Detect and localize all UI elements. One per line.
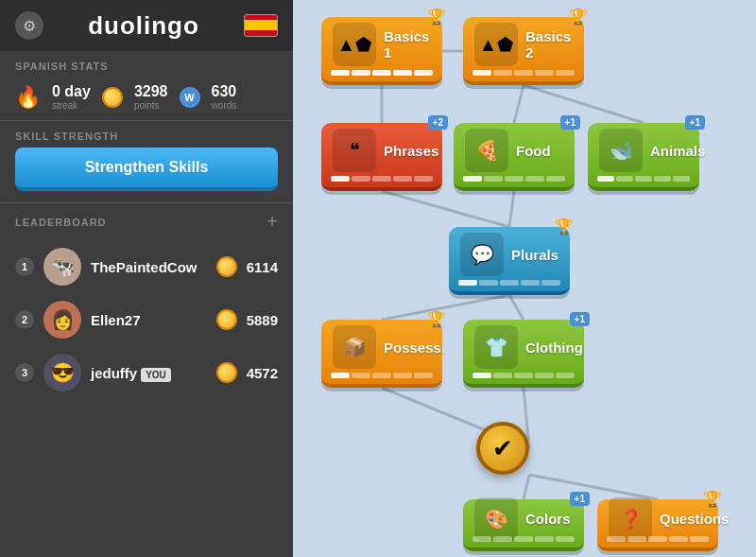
rank-badge: 1: [15, 257, 34, 276]
plurals-label: Plurals: [511, 247, 558, 263]
progress-bar-segment: [535, 373, 554, 378]
avatar: 😎: [43, 354, 81, 392]
svg-line-2: [514, 85, 524, 123]
skill-node-possess[interactable]: 📦Possess.🏆: [321, 320, 442, 388]
skill-badge: +1: [560, 115, 580, 130]
skill-badge: +1: [570, 492, 590, 506]
progress-bar-segment: [535, 536, 554, 542]
logo: duolingo: [88, 11, 199, 41]
svg-line-11: [529, 475, 658, 499]
points-stat: 3298 points: [134, 83, 168, 111]
trophy-badge: 🏆: [427, 8, 446, 26]
spanish-stats-label: SPANISH STATS: [0, 51, 293, 78]
words-value: 630: [212, 83, 237, 100]
progress-bar-segment: [635, 176, 652, 182]
progress-bar-segment: [648, 536, 667, 542]
coin-icon: [216, 362, 237, 383]
food-icon: 🍕: [465, 129, 508, 172]
progress-bar-segment: [414, 176, 433, 182]
questions-label: Questions: [660, 511, 729, 527]
progress-bar-segment: [514, 536, 533, 542]
skill-node-food[interactable]: 🍕Food+1: [454, 123, 575, 191]
skill-node-basics1[interactable]: ▲⬟Basics 1🏆: [321, 17, 442, 85]
skill-node-clothing[interactable]: 👕Clothing+1: [463, 320, 584, 388]
skill-node-phrases[interactable]: ❝Phrases+2: [321, 123, 442, 191]
progress-bar-segment: [393, 373, 412, 378]
skill-tree: ▲⬟Basics 1🏆▲⬟Basics 2🏆❝Phrases+2🍕Food+1🐋…: [293, 0, 756, 557]
basics2-progress: [472, 70, 575, 76]
leaderboard-item: 3 😎 jeduffyYOU 4572: [0, 346, 293, 399]
colors-label: Colors: [525, 511, 571, 527]
progress-bar-segment: [521, 280, 540, 286]
progress-bar-segment: [372, 70, 391, 76]
coin-icon: [102, 87, 123, 108]
progress-bar-segment: [372, 373, 391, 378]
skill-badge: +2: [428, 115, 448, 130]
progress-bar-segment: [546, 176, 565, 182]
svg-line-10: [524, 475, 529, 499]
colors-icon: 🎨: [474, 497, 518, 541]
basics2-label: Basics 2: [525, 28, 573, 61]
progress-bar-segment: [535, 70, 554, 76]
skill-node-colors[interactable]: 🎨Colors+1: [463, 499, 584, 551]
coin-icon: [216, 309, 237, 330]
progress-bar-segment: [493, 70, 512, 76]
leaderboard-item: 1 🐄 ThePaintedCow 6114: [0, 240, 293, 293]
possess-label: Possess.: [384, 339, 445, 356]
progress-bar-segment: [493, 373, 512, 378]
progress-bar-segment: [556, 373, 575, 378]
points-label: points: [134, 100, 168, 111]
skill-node-questions[interactable]: ❓Questions🏆: [597, 499, 718, 551]
progress-bar-segment: [479, 280, 498, 286]
progress-bar-segment: [414, 373, 433, 378]
progress-bar-segment: [352, 373, 370, 378]
leaderboard-score: 6114: [247, 259, 278, 275]
possess-icon: 📦: [333, 325, 376, 369]
skill-node-basics2[interactable]: ▲⬟Basics 2🏆: [463, 17, 584, 85]
streak-label: streak: [52, 100, 91, 111]
basics1-progress: [331, 70, 433, 76]
phrases-label: Phrases: [384, 143, 438, 159]
leaderboard-name: jeduffyYOU: [91, 365, 207, 381]
phrases-progress: [331, 176, 433, 182]
progress-bar-segment: [414, 70, 433, 76]
colors-progress: [472, 536, 575, 542]
flame-icon: 🔥: [15, 85, 41, 110]
trophy-badge: 🏆: [569, 8, 588, 26]
progress-bar-segment: [654, 176, 671, 182]
skill-node-animals[interactable]: 🐋Animals+1: [588, 123, 699, 191]
skill-strength-label: SKILL STRENGTH: [0, 121, 293, 148]
food-label: Food: [516, 143, 551, 159]
spain-flag[interactable]: [244, 14, 278, 37]
progress-bar-segment: [458, 280, 477, 286]
rank-badge: 3: [15, 363, 34, 382]
rank-badge: 2: [15, 310, 34, 329]
progress-bar-segment: [331, 176, 350, 182]
leaderboard-name: ThePaintedCow: [91, 259, 207, 275]
words-stat: 630 words: [212, 83, 237, 111]
leaderboard-name: Ellen27: [91, 312, 207, 328]
progress-bar-segment: [514, 70, 533, 76]
trophy-badge: 🏆: [427, 310, 446, 328]
animals-progress: [597, 176, 690, 182]
trophy-badge: 🏆: [703, 490, 722, 508]
progress-bar-segment: [472, 536, 491, 542]
sidebar-header: ⚙ duolingo: [0, 0, 293, 51]
questions-progress: [607, 536, 709, 542]
skill-node-plurals[interactable]: 💬Plurals🏆: [449, 227, 570, 295]
clothing-icon: 👕: [474, 325, 518, 369]
add-leaderboard-icon[interactable]: +: [266, 211, 278, 233]
trophy-badge: 🏆: [555, 218, 574, 235]
progress-bar-segment: [463, 176, 482, 182]
svg-line-3: [524, 85, 644, 123]
leaderboard-header: LEADERBOARD +: [0, 202, 293, 240]
leaderboard-item: 2 👩 Ellen27 5889: [0, 293, 293, 346]
svg-line-4: [382, 191, 509, 227]
checkpoint[interactable]: ✔: [476, 422, 529, 475]
basics1-icon: ▲⬟: [333, 23, 376, 66]
words-label: words: [212, 100, 237, 111]
strengthen-skills-button[interactable]: Strengthen Skills: [15, 148, 278, 191]
settings-icon[interactable]: ⚙: [15, 11, 43, 40]
progress-bar-segment: [669, 536, 688, 542]
progress-bar-segment: [690, 536, 709, 542]
